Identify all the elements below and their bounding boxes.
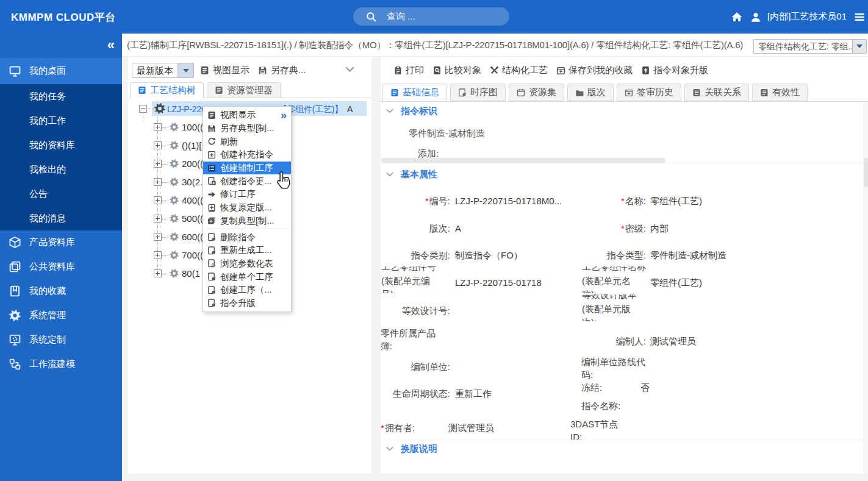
sidebar-item-messages[interactable]: 我的消息 — [0, 206, 122, 230]
user-icon[interactable] — [750, 12, 761, 23]
mouse-cursor — [276, 171, 294, 191]
details-tab-timing-diagram[interactable]: 时序图 — [450, 84, 506, 101]
section-collapse-icon[interactable] — [386, 172, 394, 177]
sidebar-item-favorites[interactable]: 我的收藏 — [0, 279, 122, 303]
sidebar-item-label: 公共资料库 — [29, 261, 75, 273]
sidebar-item-system-admin[interactable]: 系统管理 — [0, 303, 122, 327]
toolbar-more-chevron-icon[interactable] — [345, 66, 354, 73]
tree-node-expand-toggle[interactable] — [154, 196, 162, 204]
required-asterisk: * — [621, 223, 625, 233]
tree-tab-resource-manager[interactable]: 资源管理器 — [207, 82, 281, 98]
tree-node-expand-toggle[interactable] — [154, 123, 162, 131]
sidebar-item-label: 我的消息 — [29, 213, 66, 224]
sidebar-collapse-icon[interactable]: « — [107, 37, 115, 53]
field-value: 重新工作 — [455, 388, 492, 400]
section-collapse-icon[interactable] — [386, 109, 394, 114]
tree-root-collapse-toggle[interactable] — [139, 105, 147, 113]
sidebar-item-desktop[interactable]: 我的桌面 — [0, 58, 122, 84]
print-button[interactable]: 打印 — [393, 65, 424, 76]
sidebar-item-announcements[interactable]: 公告 — [0, 182, 122, 206]
details-tab-basic-info[interactable]: 基础信息 — [382, 84, 447, 101]
tree-node-expand-toggle[interactable] — [154, 215, 162, 223]
sidebar-item-label: 我的任务 — [29, 91, 66, 102]
section-instruction-identity[interactable]: 指令标识 — [386, 105, 437, 117]
tree-node[interactable]: ()(1)[ — [182, 140, 202, 151]
sidebar-item-workflow[interactable]: 工作流建模 — [0, 352, 122, 376]
menu-item-icon — [207, 190, 216, 199]
menu-item-icon — [207, 177, 216, 185]
view-display-button[interactable]: 视图显示 — [200, 65, 249, 76]
tree-node[interactable]: 700(( — [182, 250, 203, 260]
context-menu-item[interactable]: 恢复原定版... — [203, 201, 291, 215]
section-revision-notes[interactable]: 换版说明 — [386, 443, 437, 455]
context-selector[interactable]: 零组件结构化工艺: 零组... — [753, 39, 867, 54]
field-value: 零组件(工艺) — [650, 196, 702, 207]
context-menu-item[interactable]: 复制典型[制... — [203, 215, 291, 228]
vertical-scrollbar[interactable] — [863, 102, 868, 474]
details-tab-relations[interactable]: 关联关系 — [684, 84, 749, 101]
search-box[interactable]: 查询 ... — [353, 7, 509, 26]
menu-icon[interactable] — [854, 12, 865, 23]
instruction-upgrade-button[interactable]: 指令对象升版 — [641, 65, 708, 76]
context-menu-item[interactable]: 删除指令 — [203, 230, 291, 244]
tab-label: 基础信息 — [403, 87, 439, 98]
save-as-typical-button[interactable]: 另存典... — [258, 65, 306, 76]
field-label: 生命周期状态: — [381, 388, 450, 400]
details-tab-validity[interactable]: 有效性 — [752, 84, 808, 101]
menu-item-label: 创建指令更... — [220, 176, 272, 187]
topbar: KMMPM CLOUD平台 查询 ... [内部]工艺技术员01 — [0, 0, 868, 34]
tree-node-expand-toggle[interactable] — [154, 251, 162, 259]
version-select[interactable]: 最新版本 — [132, 63, 194, 78]
context-menu-item[interactable]: 浏览参数化表 — [203, 257, 291, 271]
vertical-scrollbar-thumb[interactable] — [864, 158, 868, 187]
sidebar-item-checkout[interactable]: 我检出的 — [0, 157, 122, 182]
field-label: 编制单位路线代码: — [581, 355, 647, 381]
context-menu-item[interactable]: 另存典型[制... — [203, 122, 291, 135]
home-icon[interactable] — [731, 12, 742, 23]
sidebar-item-system-custom[interactable]: 系统定制 — [0, 327, 122, 352]
section-collapse-icon[interactable] — [386, 446, 394, 452]
tab-label: 关联关系 — [705, 87, 741, 98]
tree-node-expand-toggle[interactable] — [154, 269, 162, 277]
sidebar-item-library[interactable]: 我的资料库 — [0, 133, 122, 157]
details-tab-resource-set[interactable]: 资源集 — [509, 84, 564, 101]
context-menu-item[interactable]: 刷新 — [203, 135, 291, 148]
sidebar-item-label: 工作流建模 — [29, 358, 75, 370]
tree-node[interactable]: 100(( — [182, 122, 203, 132]
version-select-dropdown-button[interactable] — [178, 63, 193, 77]
context-menu-item[interactable]: 创建单个工序 — [203, 270, 291, 283]
button-label: 另存典... — [271, 65, 306, 76]
sidebar-item-tasks[interactable]: 我的任务 — [0, 84, 122, 109]
search-placeholder: 查询 ... — [387, 11, 415, 23]
context-menu-item[interactable]: 创建补充指令 — [203, 148, 291, 162]
tree-node-expand-toggle[interactable] — [154, 178, 162, 186]
tree-node[interactable]: 80(1 — [182, 268, 200, 279]
tree-node-expand-toggle[interactable] — [154, 141, 162, 149]
save-to-favorites-button[interactable]: 保存到我的收藏 — [556, 65, 633, 76]
tree-node[interactable]: 500(( — [182, 213, 203, 224]
menu-item-icon — [207, 233, 216, 241]
tree-node-expand-toggle[interactable] — [154, 233, 162, 241]
sidebar-item-public-library[interactable]: 公共资料库 — [0, 254, 122, 279]
compare-button[interactable]: 比较对象 — [432, 65, 481, 76]
context-menu-item[interactable]: 创建工序（... — [203, 283, 291, 297]
tree-node-expand-toggle[interactable] — [154, 160, 162, 168]
structured-process-button[interactable]: 结构化工艺 — [490, 65, 548, 76]
tree-node[interactable]: 600(( — [182, 232, 203, 242]
context-selector-dropdown-button[interactable] — [852, 40, 866, 53]
sidebar-item-product-library[interactable]: 产品资料库 — [0, 230, 122, 254]
section-basic-properties[interactable]: 基本属性 — [386, 169, 437, 180]
field-label: *密级: — [581, 223, 646, 235]
details-tab-versions[interactable]: 版次 — [567, 84, 614, 101]
horizontal-scrollbar[interactable] — [381, 158, 665, 163]
tree-tab-process-structure-tree[interactable]: 工艺结构树 — [130, 82, 204, 98]
context-menu-item[interactable]: 视图显示» — [203, 109, 291, 122]
context-menu-item[interactable]: 指令升版 — [203, 297, 291, 310]
sidebar-item-work[interactable]: 我的工作 — [0, 109, 122, 133]
tree-node[interactable]: 30(2. — [182, 177, 203, 187]
tree-node[interactable]: 400(( — [182, 195, 203, 205]
app-title: KMMPM CLOUD平台 — [11, 10, 116, 24]
details-tab-sign-history[interactable]: 签审历史 — [617, 84, 681, 101]
context-menu-item[interactable]: 重新生成工... — [203, 244, 291, 257]
tree-node[interactable]: 200(( — [182, 159, 203, 169]
